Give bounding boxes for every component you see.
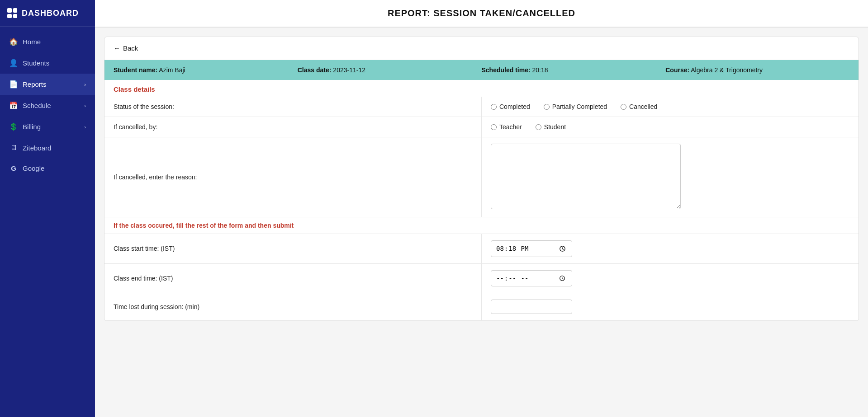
students-icon: 👤 bbox=[9, 59, 18, 67]
info-scheduled-time: Scheduled time: 20:18 bbox=[482, 66, 666, 74]
session-status-row: Status of the session: Completed Partial… bbox=[104, 97, 859, 117]
status-partial[interactable]: Partially Completed bbox=[544, 103, 607, 110]
sidebar-label-ziteboard: Ziteboard bbox=[23, 144, 51, 152]
scheduled-time-label: Scheduled time: bbox=[482, 66, 531, 74]
report-card: ← Back Student name: Azim Baji Class dat… bbox=[104, 37, 859, 321]
class-date-label: Class date: bbox=[298, 66, 332, 74]
info-student-name: Student name: Azim Baji bbox=[114, 66, 298, 74]
start-time-label: Class start time: (IST) bbox=[104, 234, 482, 263]
cancelled-by-teacher[interactable]: Teacher bbox=[491, 123, 522, 131]
status-completed[interactable]: Completed bbox=[491, 103, 530, 110]
end-time-label: Class end time: (IST) bbox=[104, 263, 482, 293]
google-icon: G bbox=[9, 164, 18, 172]
status-completed-label: Completed bbox=[499, 103, 530, 110]
cancelled-by-teacher-radio[interactable] bbox=[491, 124, 497, 130]
logo-icon bbox=[7, 8, 17, 18]
page-title: REPORT: SESSION TAKEN/CANCELLED bbox=[109, 8, 854, 19]
sidebar-item-schedule[interactable]: 📅 Schedule › bbox=[0, 95, 95, 116]
status-completed-radio[interactable] bbox=[491, 104, 497, 110]
info-bar: Student name: Azim Baji Class date: 2023… bbox=[104, 60, 859, 80]
course-label: Course: bbox=[665, 66, 689, 74]
sidebar: DASHBOARD 🏠 Home 👤 Students 📄 Reports › … bbox=[0, 0, 95, 417]
home-icon: 🏠 bbox=[9, 37, 18, 46]
class-details-header: Class details bbox=[104, 80, 859, 97]
time-lost-input[interactable] bbox=[491, 300, 572, 314]
page-header: REPORT: SESSION TAKEN/CANCELLED bbox=[95, 0, 868, 28]
course-value: Algebra 2 & Trigonometry bbox=[691, 66, 763, 74]
cancelled-by-label: If cancelled, by: bbox=[104, 117, 482, 137]
cancelled-by-options: Teacher Student bbox=[482, 117, 859, 137]
scheduled-time-value: 20:18 bbox=[532, 66, 548, 74]
sidebar-label-students: Students bbox=[23, 59, 49, 67]
sidebar-label-reports: Reports bbox=[23, 80, 47, 88]
info-course: Course: Algebra 2 & Trigonometry bbox=[665, 66, 849, 74]
sidebar-label-billing: Billing bbox=[23, 123, 41, 131]
time-lost-row: Time lost during session: (min) bbox=[104, 293, 859, 321]
cancelled-by-radio-group: Teacher Student bbox=[491, 123, 849, 131]
schedule-icon: 📅 bbox=[9, 101, 18, 110]
cancel-reason-input-cell bbox=[482, 137, 859, 217]
back-arrow-icon: ← bbox=[114, 44, 120, 52]
end-time-input[interactable] bbox=[491, 270, 572, 287]
ziteboard-icon: 🖥 bbox=[9, 144, 18, 152]
cancel-reason-row: If cancelled, enter the reason: bbox=[104, 137, 859, 217]
start-time-row: Class start time: (IST) bbox=[104, 234, 859, 263]
back-label: Back bbox=[123, 44, 138, 52]
sidebar-item-reports[interactable]: 📄 Reports › bbox=[0, 74, 95, 95]
start-time-input[interactable] bbox=[491, 240, 572, 257]
cancel-reason-textarea[interactable] bbox=[491, 144, 681, 209]
end-time-input-cell bbox=[482, 263, 859, 293]
start-time-input-cell bbox=[482, 234, 859, 263]
cancel-reason-label: If cancelled, enter the reason: bbox=[104, 137, 482, 217]
reports-icon: 📄 bbox=[9, 80, 18, 89]
class-occurred-table: Class start time: (IST) Class end time: … bbox=[104, 234, 859, 321]
main-body: ← Back Student name: Azim Baji Class dat… bbox=[95, 28, 868, 417]
status-radio-group: Completed Partially Completed Cancelled bbox=[491, 103, 849, 110]
cancelled-by-student-radio[interactable] bbox=[536, 124, 541, 130]
logo-text: DASHBOARD bbox=[22, 9, 79, 18]
status-cancelled[interactable]: Cancelled bbox=[621, 103, 657, 110]
session-status-options: Completed Partially Completed Cancelled bbox=[482, 97, 859, 117]
status-partial-label: Partially Completed bbox=[552, 103, 607, 110]
sidebar-item-ziteboard[interactable]: 🖥 Ziteboard bbox=[0, 137, 95, 158]
sidebar-nav: 🏠 Home 👤 Students 📄 Reports › 📅 Schedule… bbox=[0, 27, 95, 178]
student-name-label: Student name: bbox=[114, 66, 157, 74]
session-status-label: Status of the session: bbox=[104, 97, 482, 117]
sidebar-item-home[interactable]: 🏠 Home bbox=[0, 31, 95, 52]
time-lost-label: Time lost during session: (min) bbox=[104, 293, 482, 321]
info-class-date: Class date: 2023-11-12 bbox=[298, 66, 482, 74]
sidebar-item-billing[interactable]: 💲 Billing › bbox=[0, 116, 95, 137]
sidebar-label-home: Home bbox=[23, 38, 41, 46]
sidebar-label-google: Google bbox=[23, 164, 44, 172]
billing-icon: 💲 bbox=[9, 122, 18, 131]
schedule-chevron-icon: › bbox=[84, 103, 86, 108]
status-cancelled-label: Cancelled bbox=[629, 103, 657, 110]
sidebar-label-schedule: Schedule bbox=[23, 102, 51, 109]
sidebar-item-students[interactable]: 👤 Students bbox=[0, 52, 95, 74]
back-row: ← Back bbox=[104, 37, 859, 60]
back-button[interactable]: ← Back bbox=[114, 44, 138, 52]
sidebar-item-google[interactable]: G Google bbox=[0, 158, 95, 178]
cancelled-by-student-label: Student bbox=[544, 123, 566, 131]
form-table: Status of the session: Completed Partial… bbox=[104, 97, 859, 217]
status-partial-radio[interactable] bbox=[544, 104, 550, 110]
cancelled-by-row: If cancelled, by: Teacher Student bbox=[104, 117, 859, 137]
cancelled-by-student[interactable]: Student bbox=[536, 123, 566, 131]
reports-chevron-icon: › bbox=[84, 82, 86, 87]
student-name-value: Azim Baji bbox=[159, 66, 185, 74]
main-content: REPORT: SESSION TAKEN/CANCELLED ← Back S… bbox=[95, 0, 868, 417]
sidebar-logo: DASHBOARD bbox=[0, 0, 95, 27]
billing-chevron-icon: › bbox=[84, 124, 86, 130]
cancelled-by-teacher-label: Teacher bbox=[499, 123, 522, 131]
class-date-value: 2023-11-12 bbox=[333, 66, 365, 74]
time-lost-input-cell bbox=[482, 293, 859, 321]
end-time-row: Class end time: (IST) bbox=[104, 263, 859, 293]
occurred-note: If the class occured, fill the rest of t… bbox=[104, 217, 859, 234]
status-cancelled-radio[interactable] bbox=[621, 104, 626, 110]
